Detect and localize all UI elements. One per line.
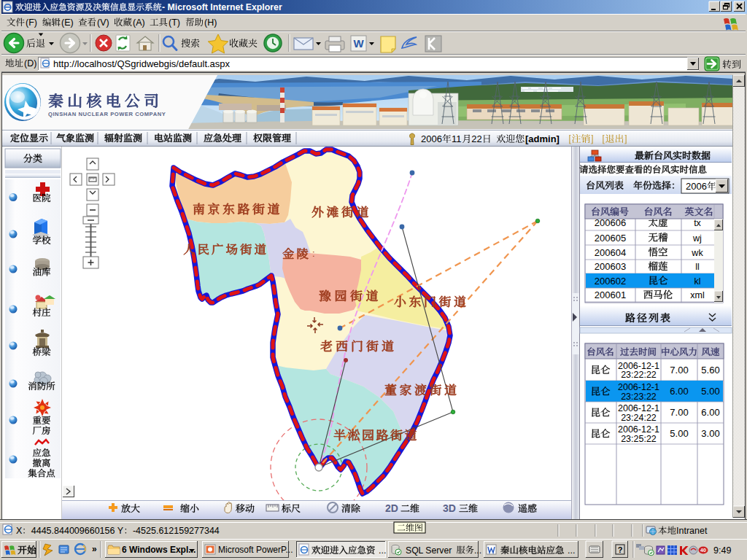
svg-text:(D): (D) [24,58,36,69]
svg-text:kl: kl [694,276,700,287]
svg-text:23:23:22: 23:23:22 [621,392,657,402]
svg-text:ll: ll [695,262,700,272]
svg-text:[admin]: [admin] [525,133,560,144]
svg-text:4445.844009660156 Y: 4445.844009660156 Y [31,526,124,536]
svg-text:(T): (T) [169,18,180,28]
svg-text:23:22:22: 23:22:22 [621,370,657,380]
svg-text:-4525.612159277344: -4525.612159277344 [133,526,220,536]
svg-text:3.00: 3.00 [701,428,719,439]
svg-text:6.00: 6.00 [701,407,719,418]
svg-text:http://localhost/QSgridwebgis/: http://localhost/QSgridwebgis/default.as… [53,58,231,69]
svg-text:2D: 2D [385,502,398,514]
svg-text:- Microsoft Internet Explorer: - Microsoft Internet Explorer [162,2,282,12]
svg-text:(F): (F) [26,18,37,28]
svg-text:5.00: 5.00 [670,428,688,439]
svg-text:...: ... [568,545,575,556]
svg-text:Intranet: Intranet [676,526,708,536]
svg-text:5.00: 5.00 [701,386,719,397]
svg-text:...: ... [474,545,481,556]
svg-text:6 Windows Expl...: 6 Windows Expl... [122,545,196,555]
svg-text:?: ? [618,545,623,554]
svg-text:200603: 200603 [595,261,626,272]
svg-text:2006: 2006 [421,133,442,144]
svg-text:(V): (V) [97,18,109,28]
svg-text:QINSHAN NUCLEAR POWER COMPANY: QINSHAN NUCLEAR POWER COMPANY [48,111,166,117]
svg-text:(E): (E) [61,18,74,28]
svg-text:2006: 2006 [686,181,707,192]
svg-text:200602: 200602 [595,276,626,287]
svg-text:40: 40 [700,548,706,553]
svg-text:wj: wj [692,233,702,244]
svg-text:9:49: 9:49 [713,545,731,556]
svg-text:3D: 3D [443,502,456,514]
svg-text:W: W [353,37,364,50]
svg-text:200605: 200605 [595,233,626,244]
svg-text:6.00: 6.00 [670,386,688,397]
svg-text:5.60: 5.60 [701,365,719,376]
svg-text:xml: xml [690,290,704,300]
svg-text:tx: tx [694,218,701,228]
svg-text:wk: wk [691,248,703,258]
svg-text:»: » [92,544,97,554]
svg-text:22: 22 [471,133,481,144]
svg-text:SQL Server: SQL Server [406,545,452,556]
svg-text:(A): (A) [133,18,145,28]
svg-text:7.00: 7.00 [670,365,688,376]
svg-text:(H): (H) [204,18,217,28]
svg-text:11: 11 [452,133,462,144]
svg-text::: : [312,248,315,259]
svg-text:X: X [16,526,23,536]
svg-text:...: ... [379,545,386,556]
svg-text:23:25:22: 23:25:22 [621,434,657,444]
svg-text:7.00: 7.00 [670,407,688,418]
svg-text:200604: 200604 [595,247,626,258]
svg-text:Microsoft PowerP...: Microsoft PowerP... [218,545,293,555]
svg-text:23:24:22: 23:24:22 [621,413,657,423]
svg-text:200601: 200601 [595,289,626,300]
